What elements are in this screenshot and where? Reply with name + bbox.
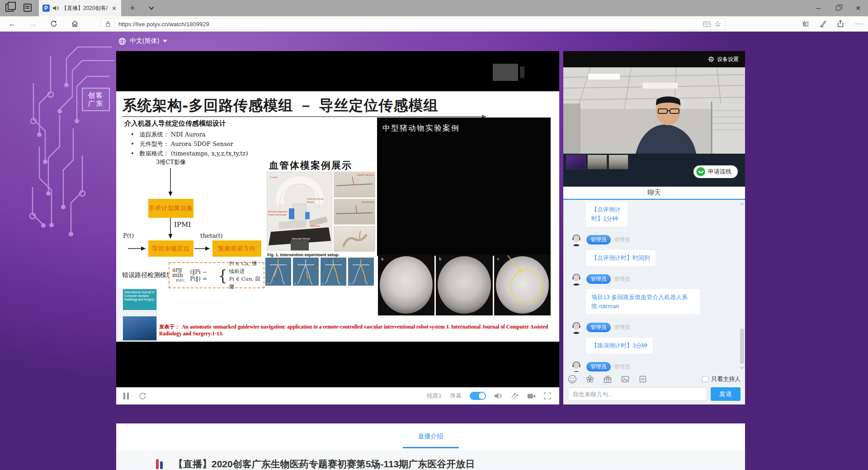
refresh-button[interactable] (45, 16, 62, 31)
simulation-panels: a b c d (265, 258, 374, 286)
side-label: 5DOF Sensor (357, 174, 374, 177)
favorites-star-icon[interactable]: ☆ (714, 19, 721, 29)
browser-tab[interactable]: P 【直播】2020创客/ ✕ (39, 0, 121, 16)
note-icon[interactable] (638, 375, 647, 384)
url-field[interactable]: https://live.polyv.cn/watch/1809929 ☆ (101, 18, 725, 30)
equipment-photo: C-arm Electromagnetic Field Generator In… (267, 172, 332, 251)
window-close-button[interactable]: ✕ (848, 0, 868, 16)
chat-scrollbar[interactable] (740, 329, 744, 364)
line-quality-icon[interactable] (511, 392, 519, 400)
danmu-label: 弹幕 (450, 392, 462, 400)
url-separator (114, 19, 115, 29)
language-label: 中文(简体) (130, 37, 159, 45)
stream-title: 【直播】2020创客广东生物医药专题赛初赛第5场-113期广东医谷开放日 (174, 458, 475, 470)
message-bubble: 【点评倒计时】时间到 (586, 250, 656, 266)
browser-window: P 【直播】2020创客/ ✕ + ─ ✕ ← → https://live.p… (0, 0, 868, 470)
annotate-pen-icon[interactable] (819, 20, 827, 28)
camera-icon[interactable] (527, 393, 536, 400)
settings-more-icon[interactable]: ··· (855, 20, 863, 28)
xray-panel: c (494, 254, 551, 315)
slide-title: 系统架构-多回路传感模组 － 导丝定位传感模组 (123, 96, 439, 116)
send-button[interactable]: 发送 (711, 387, 741, 401)
request-connect-button[interactable]: 申请连线 (693, 165, 738, 178)
share-icon[interactable] (837, 20, 845, 28)
tab-preview-icon[interactable] (5, 4, 14, 12)
bullet-item: 元件型号： Aurora 5DOF Sensor (131, 139, 248, 149)
slide-design-heading: 介入机器人导丝定位传感模组设计 (124, 119, 226, 128)
thumbnail-office-1[interactable] (587, 155, 607, 169)
home-button[interactable] (66, 16, 83, 31)
back-button[interactable]: ← (4, 16, 21, 31)
scroll-down-arrow[interactable] (740, 366, 744, 370)
flow-predict-box: 预测前进方向 (212, 240, 261, 257)
chat-message: 管理员 管理员 【路演倒计时】3分钟 (570, 320, 739, 354)
tab-list-button[interactable] (144, 0, 159, 16)
tab-live-intro[interactable]: 直播介绍 (116, 432, 745, 441)
volume-icon[interactable] (494, 392, 503, 400)
new-tab-button[interactable]: + (125, 0, 140, 16)
window-restore-button[interactable] (828, 0, 848, 16)
reading-view-icon[interactable] (703, 21, 711, 28)
only-host-checkbox[interactable] (702, 376, 708, 382)
journal-title: International Journal of Computer Assist… (123, 289, 156, 310)
window-minimize-button[interactable]: ─ (808, 0, 828, 16)
bullet-item: 追踪系统： NDI Aurora (131, 130, 248, 139)
chat-title: 聊天 (647, 188, 661, 197)
side-image (334, 226, 375, 252)
language-selector[interactable]: 中文(简体) (118, 37, 167, 45)
gift-icon[interactable] (603, 375, 612, 384)
user-name: 管理员 (614, 275, 630, 283)
danmu-toggle[interactable] (470, 392, 486, 400)
side-image: 5DOF Sensor (334, 172, 375, 197)
line-label[interactable]: 线路1 (427, 392, 442, 400)
chat-message: 管理员 管理员 【点评倒计时】3分钟 (570, 360, 739, 372)
camera-thumbnails (566, 155, 628, 169)
equip-label: Catheter (310, 225, 320, 228)
sim-panel: a (265, 258, 291, 286)
chat-input-row: 发送 (563, 386, 745, 404)
chat-message: 管理员 管理员 【点评倒计时】时间到 (570, 233, 739, 266)
reload-stream-button[interactable] (139, 392, 146, 400)
video-player[interactable]: 系统架构-多回路传感模组 － 导丝定位传感模组 介入机器人导丝定位传感模组设计 … (116, 51, 559, 404)
equip-label: Interventional Robot (307, 197, 330, 204)
flow-locate-box: 导丝末端定位 (148, 240, 193, 257)
sim-panel: b (293, 258, 319, 286)
thumbnail-stage[interactable] (566, 155, 586, 169)
equip-label: C-arm (270, 176, 278, 179)
xray-panel: a (378, 254, 434, 315)
emoji-icon[interactable] (568, 375, 577, 384)
image-icon[interactable] (621, 375, 630, 384)
figure-caption: Fig. 1. Intervention experiment setup. (267, 253, 340, 257)
interaction-panel: 设备设置 (563, 51, 745, 404)
scroll-up-arrow[interactable] (740, 202, 744, 206)
thumbnail-office-2[interactable] (609, 155, 628, 169)
device-settings-bar[interactable]: 设备设置 (563, 51, 745, 67)
circuit-pattern-decoration (24, 42, 118, 241)
set-tabs-aside-icon[interactable] (24, 4, 32, 12)
player-control-bar: 线路1 弹幕 (116, 387, 559, 404)
webcam-strip: 申请连线 (563, 154, 745, 187)
tab-close-icon[interactable]: ✕ (111, 5, 118, 12)
side-image: Guidewire (334, 199, 375, 225)
fullscreen-icon[interactable] (544, 392, 551, 400)
pause-button[interactable] (123, 393, 129, 400)
flower-icon[interactable] (585, 375, 594, 384)
live-info-tabs: 直播介绍 (116, 423, 745, 451)
url-text: https://live.polyv.cn/watch/1809929 (118, 21, 699, 28)
browser-tab-bar: P 【直播】2020创客/ ✕ + ─ ✕ (0, 0, 868, 16)
forward-button[interactable]: → (24, 16, 42, 31)
tab-audio-icon[interactable] (52, 5, 59, 11)
user-name: 管理员 (614, 363, 630, 371)
admin-avatar (570, 320, 583, 334)
phantom-side-images: 5DOF Sensor Guidewire (334, 172, 375, 251)
only-host-label: 只看主持人 (711, 375, 741, 383)
device-settings-label: 设备设置 (717, 56, 739, 63)
chat-message-list[interactable]: 【点评倒计时】1分钟 管理员 管理员 【点评倒计时】时间到 (563, 200, 745, 372)
speaker-webcam-video[interactable] (563, 67, 745, 154)
only-host-option[interactable]: 只看主持人 (702, 375, 741, 383)
chat-input[interactable] (568, 387, 707, 401)
yellow-annotation (494, 254, 551, 315)
active-tab-indicator (403, 447, 459, 448)
hub-icon[interactable] (801, 20, 809, 28)
journal-cover: International Journal of Computer Assist… (118, 289, 157, 341)
